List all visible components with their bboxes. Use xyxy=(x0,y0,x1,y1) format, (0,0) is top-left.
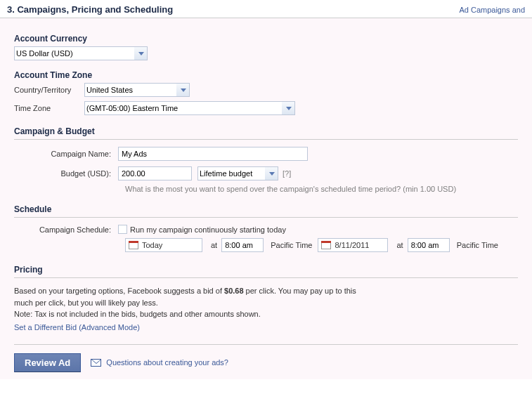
start-date-value: Today xyxy=(142,241,162,249)
start-date-field[interactable]: Today xyxy=(125,238,202,252)
campaign-name-input[interactable] xyxy=(118,147,308,161)
country-label: Country/Territory xyxy=(14,86,84,94)
pricing-title: Pricing xyxy=(14,265,518,275)
questions-link[interactable]: Questions about creating your ads? xyxy=(106,358,228,367)
tz-label-2: Pacific Time xyxy=(457,241,498,249)
review-ad-button[interactable]: Review Ad xyxy=(14,353,81,372)
advanced-bid-link[interactable]: Set a Different Bid (Advanced Mode) xyxy=(14,323,518,331)
continuous-label: Run my campaign continuously starting to… xyxy=(130,225,286,234)
end-date-field[interactable]: 8/11/2011 xyxy=(318,238,388,252)
account-currency-title: Account Currency xyxy=(14,34,518,44)
budget-type-select[interactable]: Lifetime budget xyxy=(197,166,278,180)
continuous-checkbox[interactable] xyxy=(118,225,127,234)
at-label-1: at xyxy=(211,241,217,249)
currency-select[interactable]: US Dollar (USD) xyxy=(14,46,148,60)
start-time-input[interactable] xyxy=(221,238,264,252)
account-timezone-title: Account Time Zone xyxy=(14,70,518,80)
budget-input[interactable] xyxy=(118,166,192,180)
section-header: 3. Campaigns, Pricing and Scheduling xyxy=(7,4,173,15)
ad-campaigns-link[interactable]: Ad Campaigns and xyxy=(459,6,525,14)
pricing-text: Based on your targeting options, Faceboo… xyxy=(14,285,518,320)
timezone-select[interactable]: (GMT-05:00) Eastern Time xyxy=(84,101,295,115)
tz-label-1: Pacific Time xyxy=(271,241,312,249)
budget-hint: What is the most you want to spend over … xyxy=(125,185,518,193)
end-time-input[interactable] xyxy=(408,238,450,252)
campaign-name-label: Campaign Name: xyxy=(14,150,118,158)
country-select[interactable]: United States xyxy=(84,83,190,97)
schedule-label: Campaign Schedule: xyxy=(14,225,118,234)
mail-icon xyxy=(91,359,101,367)
at-label-2: at xyxy=(396,241,403,249)
end-date-value: 8/11/2011 xyxy=(335,241,369,249)
calendar-icon xyxy=(321,241,331,249)
calendar-icon xyxy=(129,241,138,249)
timezone-label: Time Zone xyxy=(14,104,84,112)
budget-label: Budget (USD): xyxy=(14,169,118,178)
budget-help-icon[interactable]: [?] xyxy=(283,169,291,178)
campaign-budget-title: Campaign & Budget xyxy=(14,126,518,136)
schedule-title: Schedule xyxy=(14,204,518,214)
